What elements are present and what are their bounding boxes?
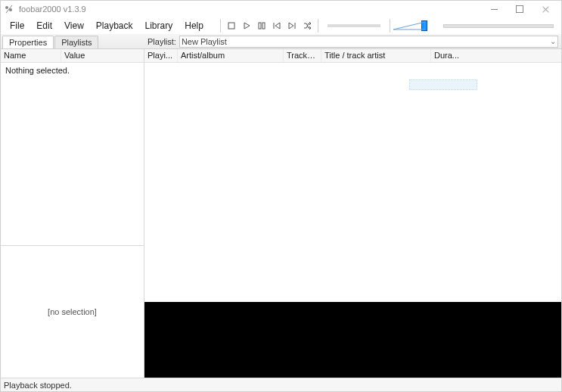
- properties-body: Nothing selected.: [1, 63, 144, 245]
- secondary-row: Properties Playlists Playlist: New Playl…: [1, 34, 561, 49]
- properties-col-name[interactable]: Name: [1, 49, 61, 62]
- col-title[interactable]: Title / track artist: [321, 49, 431, 62]
- menu-view[interactable]: View: [58, 19, 90, 33]
- playlist-header: Playi... Artist/album Track no Title / t…: [144, 49, 561, 63]
- volume-slider[interactable]: [393, 20, 436, 31]
- menubar: File Edit View Playback Library Help: [1, 17, 213, 34]
- drop-hint: [409, 79, 477, 90]
- col-track-no[interactable]: Track no: [284, 49, 321, 62]
- col-duration[interactable]: Dura...: [431, 49, 464, 62]
- right-panel: Playi... Artist/album Track no Title / t…: [144, 49, 561, 378]
- toolbar-separator: [220, 19, 221, 33]
- stop-button[interactable]: [225, 19, 238, 33]
- menu-playback[interactable]: Playback: [90, 19, 139, 33]
- maximize-button[interactable]: [507, 1, 533, 17]
- window-controls: [481, 1, 558, 17]
- menu-library[interactable]: Library: [139, 19, 179, 33]
- progress-placeholder: [443, 24, 554, 28]
- left-panel: Name Value Nothing selected. [no selecti…: [1, 49, 144, 378]
- chevron-down-icon: ⌄: [550, 37, 556, 45]
- app-title: foobar2000 v1.3.9: [19, 5, 481, 14]
- svg-rect-3: [259, 23, 261, 29]
- toolbar-separator: [390, 19, 390, 33]
- menu-file[interactable]: File: [4, 19, 30, 33]
- prev-button[interactable]: [270, 19, 284, 33]
- left-tabs: Properties Playlists: [1, 34, 144, 49]
- playlist-body[interactable]: [144, 63, 561, 302]
- no-selection-label: [no selection]: [48, 307, 97, 316]
- properties-col-value[interactable]: Value: [61, 49, 144, 62]
- tab-playlists[interactable]: Playlists: [54, 36, 98, 48]
- svg-marker-5: [393, 22, 425, 30]
- svg-point-0: [5, 6, 8, 9]
- visualization-panel[interactable]: [144, 302, 561, 378]
- svg-rect-4: [262, 23, 265, 29]
- svg-rect-2: [228, 23, 234, 29]
- next-button[interactable]: [285, 19, 299, 33]
- volume-ramp-icon: [393, 20, 425, 31]
- app-window: foobar2000 v1.3.9 File Edit View Playbac…: [0, 0, 562, 392]
- playlist-selector-row: Playlist: New Playlist ⌄: [144, 34, 561, 49]
- seekbar[interactable]: [328, 24, 380, 27]
- main-body: Name Value Nothing selected. [no selecti…: [1, 49, 561, 378]
- minimize-button[interactable]: [481, 1, 507, 17]
- col-artist-album[interactable]: Artist/album: [178, 49, 284, 62]
- col-playing[interactable]: Playi...: [144, 49, 178, 62]
- play-button[interactable]: [240, 19, 253, 33]
- tab-properties[interactable]: Properties: [2, 36, 54, 48]
- status-text: Playback stopped.: [4, 381, 72, 390]
- playlist-label: Playlist:: [147, 37, 176, 46]
- playlist-dropdown[interactable]: New Playlist ⌄: [179, 36, 558, 48]
- toolbar-separator: [318, 19, 318, 33]
- menu-edit[interactable]: Edit: [30, 19, 58, 33]
- app-icon: [4, 4, 14, 14]
- properties-header: Name Value: [1, 49, 144, 63]
- close-button[interactable]: [533, 1, 558, 17]
- playlist-current: New Playlist: [182, 37, 227, 46]
- toolbar: [213, 17, 561, 35]
- statusbar: Playback stopped.: [1, 378, 561, 391]
- menu-help[interactable]: Help: [179, 19, 210, 33]
- album-art-panel: [no selection]: [1, 245, 144, 378]
- pause-button[interactable]: [255, 19, 269, 33]
- titlebar: foobar2000 v1.3.9: [1, 1, 561, 17]
- random-button[interactable]: [300, 19, 314, 33]
